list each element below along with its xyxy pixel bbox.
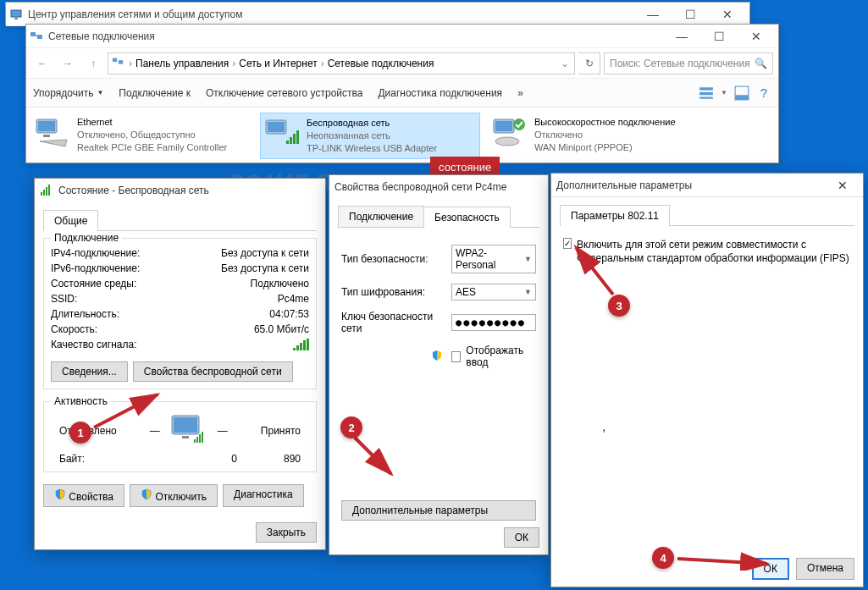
svg-rect-7 <box>699 87 713 90</box>
breadcrumb[interactable]: › Панель управления › Сеть и Интернет › … <box>108 52 575 74</box>
svg-rect-33 <box>196 437 198 443</box>
properties-button[interactable]: Свойства <box>43 484 124 507</box>
pppoe-icon <box>492 116 529 150</box>
svg-rect-19 <box>293 134 296 144</box>
svg-rect-16 <box>268 122 285 132</box>
disable-device-button[interactable]: Отключение сетевого устройства <box>206 87 362 99</box>
titlebar: Сетевые подключения — ☐ ✕ <box>26 25 778 48</box>
diagnose-button[interactable]: Диагностика <box>223 484 304 507</box>
svg-line-37 <box>355 438 391 474</box>
status-dialog: Состояние - Беспроводная сеть Общие Подк… <box>34 178 326 550</box>
up-button[interactable]: ↑ <box>82 52 104 74</box>
address-bar: ← → ↑ › Панель управления › Сеть и Интер… <box>26 48 778 79</box>
details-button[interactable]: Сведения... <box>51 361 128 382</box>
svg-point-23 <box>513 119 525 130</box>
show-chars-checkbox[interactable]: Отображать ввод <box>451 345 536 368</box>
svg-rect-22 <box>495 121 512 131</box>
minimize-button[interactable]: — <box>634 3 672 26</box>
arrow-3 <box>569 242 620 301</box>
connection-pppoe[interactable]: Высокоскоростное подключение Отключено W… <box>489 113 709 159</box>
window-title: Сетевые подключения <box>48 30 663 42</box>
network-connections-window: Сетевые подключения — ☐ ✕ ← → ↑ › Панель… <box>25 24 779 163</box>
dropdown-icon[interactable]: ⌄ <box>559 58 571 69</box>
search-input[interactable]: Поиск: Сетевые подключения 🔍 <box>604 52 773 74</box>
breadcrumb-item[interactable]: Панель управления <box>134 58 230 69</box>
svg-rect-14 <box>43 135 50 137</box>
organize-menu[interactable]: Упорядочить ▼ <box>33 87 103 99</box>
callout-badge-3: 3 <box>608 295 630 317</box>
svg-rect-32 <box>194 439 196 443</box>
svg-rect-8 <box>699 91 713 94</box>
maximize-button[interactable]: ☐ <box>700 25 738 48</box>
svg-rect-3 <box>37 35 42 39</box>
back-button[interactable]: ← <box>31 52 53 74</box>
wireless-icon <box>264 117 301 151</box>
advanced-settings-dialog: Дополнительные параметры ✕ Параметры 802… <box>550 173 864 587</box>
wireless-properties-button[interactable]: Свойства беспроводной сети <box>133 361 293 382</box>
tab-security[interactable]: Безопасность <box>423 207 511 228</box>
svg-line-39 <box>677 559 767 564</box>
svg-rect-1 <box>14 18 18 19</box>
connection-ethernet[interactable]: Ethernet Отключено, Общедоступно Realtek… <box>31 113 252 159</box>
dialog-titlebar: Состояние - Беспроводная сеть <box>35 179 325 202</box>
cancel-button[interactable]: Отмена <box>796 558 854 580</box>
callout-badge-2: 2 <box>340 416 362 438</box>
svg-rect-5 <box>113 58 117 62</box>
forward-button[interactable]: → <box>57 52 79 74</box>
network-center-icon <box>9 8 23 21</box>
connections-list: Ethernet Отключено, Общедоступно Realtek… <box>26 108 778 164</box>
overflow-button[interactable]: » <box>517 87 523 99</box>
maximize-button[interactable]: ☐ <box>672 3 709 26</box>
breadcrumb-item[interactable]: Сетевые подключения <box>326 58 436 69</box>
security-type-combo[interactable]: WPA2-Personal▼ <box>451 245 536 273</box>
connection-group: Подключение IPv4-подключение:Без доступа… <box>43 238 317 389</box>
callout-badge-4: 4 <box>652 547 674 569</box>
network-center-window: Центр управления сетями и общим доступом… <box>5 2 750 25</box>
breadcrumb-item[interactable]: Сеть и Интернет <box>237 58 318 69</box>
connection-wireless[interactable]: Беспроводная сеть Неопознанная сеть TP-L… <box>260 113 480 159</box>
diagnose-button[interactable]: Диагностика подключения <box>378 87 502 99</box>
svg-rect-28 <box>48 185 50 196</box>
ethernet-icon <box>35 116 72 150</box>
advanced-settings-button[interactable]: Дополнительные параметры <box>341 500 536 521</box>
svg-rect-26 <box>43 190 45 196</box>
svg-rect-31 <box>182 436 189 438</box>
search-icon: 🔍 <box>755 58 767 69</box>
help-icon[interactable]: ? <box>756 85 771 101</box>
refresh-button[interactable]: ↻ <box>578 52 600 74</box>
view-icon[interactable] <box>699 85 714 101</box>
svg-rect-30 <box>174 417 197 433</box>
disable-button[interactable]: Отключить <box>130 484 218 507</box>
svg-rect-25 <box>41 192 42 196</box>
arrow-1 <box>90 389 166 432</box>
wireless-icon <box>40 184 53 197</box>
svg-rect-11 <box>735 95 749 100</box>
svg-rect-13 <box>38 121 55 131</box>
tab-general[interactable]: Общие <box>43 210 98 231</box>
shield-icon <box>54 488 66 500</box>
connect-to-button[interactable]: Подключение к <box>119 87 191 99</box>
svg-rect-17 <box>286 141 289 144</box>
svg-line-4 <box>36 35 37 36</box>
details-pane-icon[interactable] <box>734 85 749 101</box>
dialog-titlebar: Свойства беспроводной сети Pc4me <box>329 175 548 199</box>
encryption-type-combo[interactable]: AES▼ <box>451 284 536 301</box>
security-key-input[interactable]: ●●●●●●●●● <box>451 314 536 331</box>
tab-80211[interactable]: Параметры 802.11 <box>560 205 670 226</box>
close-button[interactable]: Закрыть <box>256 522 317 543</box>
svg-rect-2 <box>30 32 36 36</box>
svg-line-36 <box>94 394 158 427</box>
ok-button[interactable]: ОК <box>504 527 539 548</box>
minimize-button[interactable]: — <box>663 25 700 48</box>
arrow-4 <box>674 550 776 571</box>
svg-point-24 <box>495 137 519 146</box>
close-button[interactable]: ✕ <box>738 25 775 48</box>
signal-bars-icon <box>293 339 309 350</box>
tabs: Общие <box>43 209 317 231</box>
tab-connection[interactable]: Подключение <box>338 206 424 227</box>
svg-rect-18 <box>290 137 292 144</box>
svg-rect-35 <box>202 432 203 443</box>
close-button[interactable]: ✕ <box>827 174 858 197</box>
close-button[interactable]: ✕ <box>709 3 746 26</box>
dialog-titlebar: Дополнительные параметры ✕ <box>551 174 863 197</box>
